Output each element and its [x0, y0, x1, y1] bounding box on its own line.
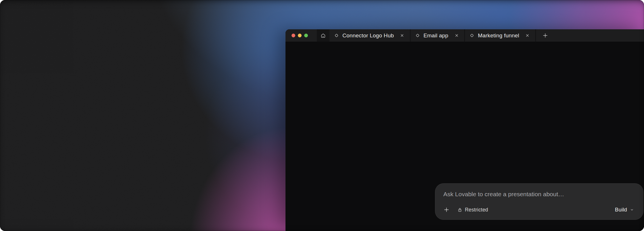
close-icon	[455, 33, 459, 38]
editor-canvas: Restricted Build	[285, 42, 644, 231]
new-tab-button[interactable]	[539, 29, 552, 42]
tab-bar: Connector Logo Hub Email app	[285, 29, 644, 42]
lock-icon	[457, 207, 462, 212]
diamond-icon	[469, 33, 474, 38]
chevron-down-icon	[630, 208, 634, 212]
prompt-actions: Restricted Build	[443, 206, 634, 214]
close-icon	[525, 33, 530, 38]
diamond-icon	[415, 33, 420, 38]
mode-label: Build	[615, 207, 627, 213]
tab-label: Email app	[423, 32, 448, 39]
attach-button[interactable]	[443, 207, 450, 213]
tab-label: Connector Logo Hub	[342, 32, 394, 39]
tab-home[interactable]	[317, 29, 329, 42]
tab-connector-logo-hub[interactable]: Connector Logo Hub	[329, 29, 411, 42]
zoom-window-button[interactable]	[304, 34, 308, 37]
close-tab-button[interactable]	[453, 32, 460, 39]
tab-marketing-funnel[interactable]: Marketing funnel	[465, 29, 536, 42]
mode-selector[interactable]: Build	[615, 207, 634, 213]
tab-email-app[interactable]: Email app	[411, 29, 465, 42]
diamond-icon	[334, 33, 339, 38]
traffic-lights	[285, 29, 308, 42]
home-icon	[321, 33, 326, 38]
privacy-button[interactable]: Restricted	[457, 207, 488, 213]
close-tab-button[interactable]	[524, 32, 531, 39]
plus-icon	[542, 32, 548, 38]
close-icon	[400, 33, 404, 38]
tab-label: Marketing funnel	[478, 32, 519, 39]
plus-icon	[443, 207, 450, 213]
screenshot-frame: Connector Logo Hub Email app	[0, 0, 644, 231]
close-tab-button[interactable]	[399, 32, 405, 39]
privacy-label: Restricted	[465, 207, 488, 213]
close-window-button[interactable]	[292, 34, 295, 37]
app-window: Connector Logo Hub Email app	[285, 29, 644, 231]
prompt-box: Restricted Build	[435, 183, 643, 220]
prompt-input[interactable]	[443, 190, 635, 199]
minimize-window-button[interactable]	[298, 34, 302, 37]
